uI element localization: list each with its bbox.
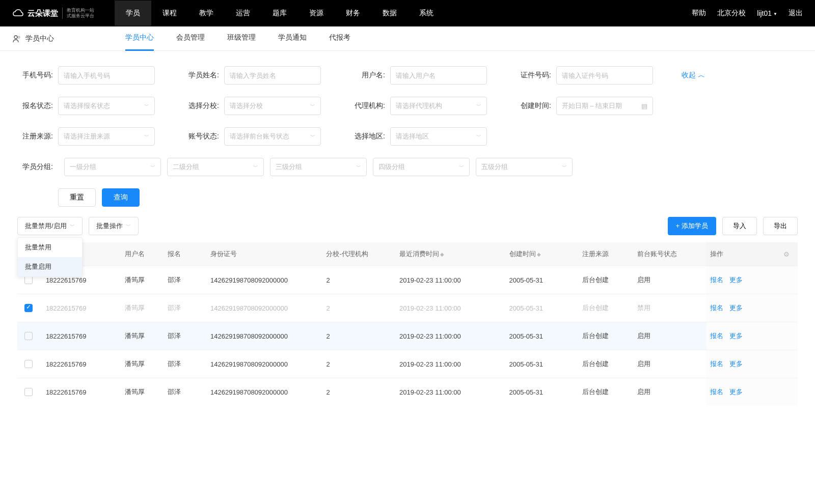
cell-createtime: 2005-05-31 [505, 350, 579, 378]
nav-item-2[interactable]: 教学 [188, 1, 225, 26]
chevron-down-icon: ﹀ [150, 163, 155, 171]
username-input[interactable] [390, 66, 487, 85]
chevron-down-icon: ﹀ [476, 133, 481, 140]
nav-item-7[interactable]: 数据 [371, 1, 408, 26]
enroll-link[interactable]: 报名 [710, 276, 723, 284]
row-checkbox[interactable] [24, 304, 33, 312]
agency-select[interactable]: 请选择代理机构﹀ [390, 97, 487, 115]
more-link[interactable]: 更多 [729, 304, 743, 312]
cell-lastspend: 2019-02-23 11:00:00 [395, 266, 505, 294]
enroll-status-select[interactable]: 请选择报名状态﹀ [58, 97, 155, 115]
batch-toggle-dropdown[interactable]: 批量禁用/启用﹀ [17, 217, 83, 235]
row-checkbox[interactable] [24, 276, 33, 284]
col-idno[interactable]: 身份证号 [206, 242, 322, 266]
cell-branch: 2 [322, 322, 395, 350]
branch-select[interactable]: 请选择分校﹀ [224, 97, 321, 115]
chevron-down-icon: ﹀ [459, 163, 464, 171]
sub-nav-item-4[interactable]: 代报考 [329, 26, 350, 51]
nav-item-8[interactable]: 系统 [408, 1, 445, 26]
breadcrumb: 学员中心 [12, 34, 54, 43]
cell-status: 启用 [633, 322, 707, 350]
enroll-link[interactable]: 报名 [710, 388, 723, 396]
action-bar: 批量禁用/启用﹀ 批量操作﹀ 批量禁用 批量启用 + 添加学员 导入 导出 [0, 217, 815, 242]
group-label: 学员分组: [17, 162, 53, 172]
user-menu[interactable]: lijt01 [757, 9, 777, 17]
name-input[interactable] [224, 66, 321, 85]
sort-icon: ◆ [537, 251, 541, 257]
add-student-button[interactable]: + 添加学员 [668, 217, 717, 235]
cell-branch: 2 [322, 378, 395, 406]
more-link[interactable]: 更多 [729, 276, 743, 284]
sub-nav-item-3[interactable]: 学员通知 [278, 26, 307, 51]
group2-select[interactable]: 二级分组﹀ [167, 158, 264, 176]
nav-item-0[interactable]: 学员 [115, 1, 151, 26]
import-button[interactable]: 导入 [722, 217, 757, 235]
nav-item-5[interactable]: 资源 [298, 1, 335, 26]
col-branch[interactable]: 分校-代理机构 [322, 242, 395, 266]
col-username[interactable]: 用户名 [121, 242, 164, 266]
export-button[interactable]: 导出 [763, 217, 798, 235]
branch-link[interactable]: 北京分校 [717, 9, 746, 18]
more-link[interactable]: 更多 [729, 388, 743, 396]
nav-item-1[interactable]: 课程 [151, 1, 188, 26]
group4-select[interactable]: 四级分组﹀ [373, 158, 470, 176]
batch-disable-item[interactable]: 批量禁用 [18, 238, 82, 257]
sub-nav: 学员中心 学员中心会员管理班级管理学员通知代报考 [0, 26, 815, 51]
cell-createtime: 2005-05-31 [505, 266, 579, 294]
idno-input[interactable] [556, 66, 653, 85]
cell-createtime: 2005-05-31 [505, 378, 579, 406]
gear-icon[interactable]: ⚙ [783, 250, 790, 258]
col-ops: 操作 [706, 242, 779, 266]
group1-select[interactable]: 一级分组﹀ [64, 158, 161, 176]
cell-lastspend: 2019-02-23 11:00:00 [395, 378, 505, 406]
dropdown-menu: 批量禁用 批量启用 [17, 237, 83, 277]
nav-item-4[interactable]: 题库 [261, 1, 298, 26]
enroll-status-label: 报名状态: [17, 101, 53, 110]
batch-op-dropdown[interactable]: 批量操作﹀ [89, 217, 139, 235]
collapse-toggle[interactable]: 收起︿ [682, 71, 705, 80]
row-checkbox[interactable] [24, 332, 33, 340]
more-link[interactable]: 更多 [729, 332, 743, 340]
regsource-select[interactable]: 请选择注册来源﹀ [58, 127, 155, 146]
acctstatus-label: 账号状态: [183, 132, 219, 141]
logo[interactable]: 云朵课堂 教育机构一站式服务云平台 [12, 8, 94, 19]
col-createtime[interactable]: 创建时间◆ [505, 242, 579, 266]
nav-item-6[interactable]: 财务 [335, 1, 371, 26]
more-link[interactable]: 更多 [729, 360, 743, 368]
chevron-down-icon: ﹀ [253, 163, 258, 171]
reset-button[interactable]: 重置 [58, 188, 96, 207]
nav-item-3[interactable]: 运营 [225, 1, 261, 26]
table-header-row: 用户名 报名 身份证号 分校-代理机构 最近消费时间◆ 创建时间◆ 注册来源 前… [17, 242, 798, 266]
enroll-link[interactable]: 报名 [710, 332, 723, 340]
logout-link[interactable]: 退出 [789, 9, 803, 18]
enroll-link[interactable]: 报名 [710, 360, 723, 368]
row-checkbox[interactable] [24, 360, 33, 368]
col-regsource[interactable]: 注册来源 [578, 242, 633, 266]
cell-username: 潘筠厚 [121, 322, 164, 350]
sub-nav-item-2[interactable]: 班级管理 [227, 26, 256, 51]
createtime-label: 创建时间: [515, 101, 551, 110]
acctstatus-select[interactable]: 请选择前台账号状态﹀ [224, 127, 321, 146]
daterange-input[interactable]: 开始日期 – 结束日期▤ [556, 97, 653, 115]
sub-nav-item-0[interactable]: 学员中心 [125, 26, 154, 51]
sub-nav-item-1[interactable]: 会员管理 [176, 26, 205, 51]
cell-branch: 2 [322, 294, 395, 322]
search-button[interactable]: 查询 [102, 188, 140, 207]
cell-lastspend: 2019-02-23 11:00:00 [395, 350, 505, 378]
batch-enable-item[interactable]: 批量启用 [18, 257, 82, 276]
table-row: 18222615769潘筠厚邵泽142629198708092000000220… [17, 378, 798, 406]
enroll-link[interactable]: 报名 [710, 304, 723, 312]
group3-select[interactable]: 三级分组﹀ [270, 158, 367, 176]
student-table: 用户名 报名 身份证号 分校-代理机构 最近消费时间◆ 创建时间◆ 注册来源 前… [0, 242, 815, 406]
row-checkbox[interactable] [24, 388, 33, 396]
col-lastspend[interactable]: 最近消费时间◆ [395, 242, 505, 266]
group5-select[interactable]: 五级分组﹀ [476, 158, 573, 176]
help-link[interactable]: 帮助 [692, 9, 706, 18]
col-status[interactable]: 前台账号状态 [633, 242, 707, 266]
cell-lastspend: 2019-02-23 11:00:00 [395, 322, 505, 350]
phone-input[interactable] [58, 66, 155, 85]
chevron-up-icon: ︿ [698, 71, 705, 80]
col-name[interactable]: 报名 [164, 242, 206, 266]
region-select[interactable]: 请选择地区﹀ [390, 127, 487, 146]
sort-icon: ◆ [440, 251, 444, 257]
